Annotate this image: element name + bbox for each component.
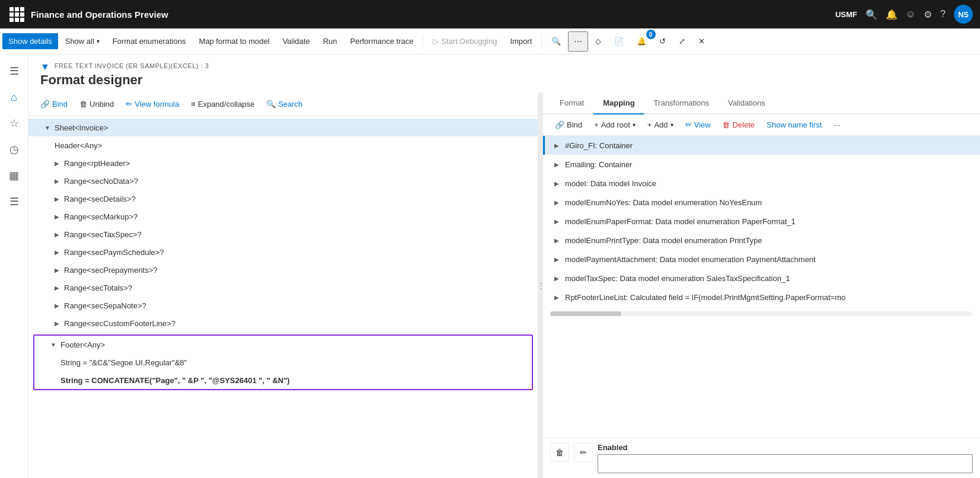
tree-label-sec-sepa-note: Range<secSepaNote>?: [64, 301, 146, 310]
tree-toggle-rpt-header[interactable]: ▶: [52, 158, 62, 168]
tree-node-sheet[interactable]: ▼ Sheet<Invoice>: [28, 119, 538, 136]
map-toggle-model-enum-paper-format[interactable]: ▶: [552, 216, 561, 226]
tree-node-header[interactable]: Header<Any>: [28, 136, 538, 154]
map-toggle-model[interactable]: ▶: [552, 179, 561, 188]
start-debugging-button[interactable]: ▷ Start Debugging: [427, 33, 503, 49]
tree-node-sec-tax-spec[interactable]: ▶ Range<secTaxSpec>?: [28, 225, 538, 243]
sidebar-star-icon[interactable]: ☆: [2, 111, 26, 135]
bookmark-icon[interactable]: 📄: [608, 33, 630, 49]
h-scrollbar-thumb[interactable]: [550, 311, 621, 316]
open-new-icon[interactable]: ⤢: [673, 33, 691, 49]
enabled-input[interactable]: [598, 454, 973, 473]
delete-button[interactable]: 🗑 Delete: [717, 118, 759, 132]
map-node-model-tax-spec[interactable]: ▶ modelTaxSpec: Data model enumeration S…: [543, 269, 980, 288]
sidebar-home-icon[interactable]: ⌂: [2, 85, 26, 109]
tree-toggle-sec-totals[interactable]: ▶: [52, 283, 62, 292]
settings-icon[interactable]: ⚙: [924, 9, 932, 20]
show-name-first-button[interactable]: Show name first: [762, 118, 826, 132]
tree-node-sec-sepa-note[interactable]: ▶ Range<secSepaNote>?: [28, 297, 538, 314]
map-bind-button[interactable]: 🔗 Bind: [550, 118, 587, 132]
tree-node-footer-string1[interactable]: String = "&C&"Segoe UI,Regular"&8": [34, 353, 532, 371]
notification-badge: 0: [646, 30, 656, 39]
map-toggle-rpt-footer-line-list[interactable]: ▶: [552, 292, 561, 302]
add-button[interactable]: + Add ▾: [643, 118, 678, 132]
view-formula-button[interactable]: ✏ View formula: [121, 97, 184, 111]
map-node-rpt-footer-line-list[interactable]: ▶ RptFooterLineList: Calculated field = …: [543, 288, 980, 307]
map-node-model[interactable]: ▶ model: Data model Invoice: [543, 174, 980, 193]
face-icon[interactable]: ☺: [906, 9, 915, 20]
edit-bottom-button[interactable]: ✏: [574, 443, 593, 462]
close-button[interactable]: ✕: [692, 33, 711, 49]
filter-icon[interactable]: ▼: [40, 62, 50, 72]
map-toggle-model-enum-no-yes[interactable]: ▶: [552, 197, 561, 207]
map-node-model-enum-paper-format[interactable]: ▶ modelEnumPaperFormat: Data model enume…: [543, 212, 980, 231]
map-toggle-emailing[interactable]: ▶: [552, 160, 561, 169]
tree-toggle-sec-sepa-note[interactable]: ▶: [52, 301, 62, 310]
map-toggle-model-payment-attachment[interactable]: ▶: [552, 254, 561, 264]
validate-button[interactable]: Validate: [277, 33, 316, 49]
avatar[interactable]: NS: [954, 5, 973, 24]
tree-toggle-sec-tax-spec[interactable]: ▶: [52, 230, 62, 239]
sidebar-list-icon[interactable]: ☰: [2, 190, 26, 213]
delete-bottom-button[interactable]: 🗑: [550, 443, 569, 462]
tree-toggle-sheet[interactable]: ▼: [43, 123, 52, 132]
tree-node-sec-no-data[interactable]: ▶ Range<secNoData>?: [28, 172, 538, 190]
tab-validations[interactable]: Validations: [719, 93, 775, 114]
map-toggle-giro-fi[interactable]: ▶: [552, 141, 561, 150]
map-toggle-model-tax-spec[interactable]: ▶: [552, 273, 561, 283]
tree-node-sec-prepayments[interactable]: ▶ Range<secPrepayments>?: [28, 261, 538, 279]
tree-node-sec-paym-schedule[interactable]: ▶ Range<secPaymSchedule>?: [28, 243, 538, 261]
tab-transformations[interactable]: Transformations: [644, 93, 719, 114]
mapping-more-button[interactable]: ···: [829, 118, 845, 132]
show-all-button[interactable]: Show all ▾: [59, 33, 106, 49]
tree-toggle-sec-details[interactable]: ▶: [52, 194, 62, 203]
tree-toggle-footer[interactable]: ▼: [49, 340, 58, 349]
tree-node-footer[interactable]: ▼ Footer<Any>: [34, 336, 532, 353]
map-toggle-model-enum-print-type[interactable]: ▶: [552, 235, 561, 245]
search-cmd-button[interactable]: 🔍: [545, 33, 567, 49]
more-options-button[interactable]: ···: [568, 31, 588, 52]
resize-handle[interactable]: ⋮: [538, 93, 543, 478]
import-button[interactable]: Import: [504, 33, 538, 49]
show-details-button[interactable]: Show details: [2, 33, 58, 49]
view-button[interactable]: ✏ View: [681, 118, 716, 132]
performance-trace-button[interactable]: Performance trace: [344, 33, 420, 49]
unbind-button[interactable]: 🗑 Unbind: [75, 97, 119, 111]
tab-mapping[interactable]: Mapping: [593, 93, 644, 114]
tree-node-sec-totals[interactable]: ▶ Range<secTotals>?: [28, 279, 538, 297]
tree-toggle-sec-paym-schedule[interactable]: ▶: [52, 247, 62, 257]
bind-button[interactable]: 🔗 Bind: [36, 97, 72, 111]
tree-toggle-sec-prepayments[interactable]: ▶: [52, 265, 62, 275]
search-nav-icon[interactable]: 🔍: [866, 9, 877, 20]
map-format-to-model-button[interactable]: Map format to model: [193, 33, 275, 49]
bell-icon[interactable]: 🔔: [886, 9, 898, 20]
tree-toggle-sec-markup[interactable]: ▶: [52, 212, 62, 221]
map-node-model-enum-no-yes[interactable]: ▶ modelEnumNoYes: Data model enumeration…: [543, 193, 980, 212]
app-grid-icon[interactable]: [7, 5, 26, 24]
format-enumerations-button[interactable]: Format enumerations: [107, 33, 192, 49]
run-button[interactable]: Run: [317, 33, 343, 49]
map-node-emailing[interactable]: ▶ Emailing: Container: [543, 155, 980, 174]
tree-toggle-sec-custom-footer[interactable]: ▶: [52, 318, 62, 328]
tree-node-rpt-header[interactable]: ▶ Range<rptHeader>: [28, 154, 538, 172]
map-bind-icon: 🔗: [555, 120, 564, 129]
search-tree-button[interactable]: 🔍 Search: [261, 97, 307, 111]
tab-format[interactable]: Format: [550, 93, 593, 114]
refresh-icon[interactable]: ↺: [653, 33, 672, 49]
add-root-button[interactable]: + Add root ▾: [589, 118, 640, 132]
expand-collapse-button[interactable]: ≡ Expand/collapse: [186, 97, 259, 111]
mapping-body: ▶ #Giro_FI: Container ▶ Emailing: Contai…: [543, 136, 980, 438]
sidebar-history-icon[interactable]: ◷: [2, 138, 26, 161]
map-node-model-payment-attachment[interactable]: ▶ modelPaymentAttachment: Data model enu…: [543, 250, 980, 269]
tree-node-sec-markup[interactable]: ▶ Range<secMarkup>?: [28, 208, 538, 225]
map-node-model-enum-print-type[interactable]: ▶ modelEnumPrintType: Data model enumera…: [543, 231, 980, 250]
sidebar-menu-icon[interactable]: ☰: [2, 59, 26, 83]
tree-node-footer-string2[interactable]: String = CONCATENATE("Page", " &P ", "@S…: [34, 371, 532, 389]
tree-node-sec-details[interactable]: ▶ Range<secDetails>?: [28, 190, 538, 208]
map-node-giro-fi[interactable]: ▶ #Giro_FI: Container: [543, 136, 980, 155]
tree-toggle-sec-no-data[interactable]: ▶: [52, 176, 62, 186]
help-icon[interactable]: ?: [940, 9, 946, 20]
tree-node-sec-custom-footer[interactable]: ▶ Range<secCustomFooterLine>?: [28, 314, 538, 332]
sidebar-calendar-icon[interactable]: ▦: [2, 164, 26, 187]
diamond-icon[interactable]: ◇: [589, 33, 607, 49]
